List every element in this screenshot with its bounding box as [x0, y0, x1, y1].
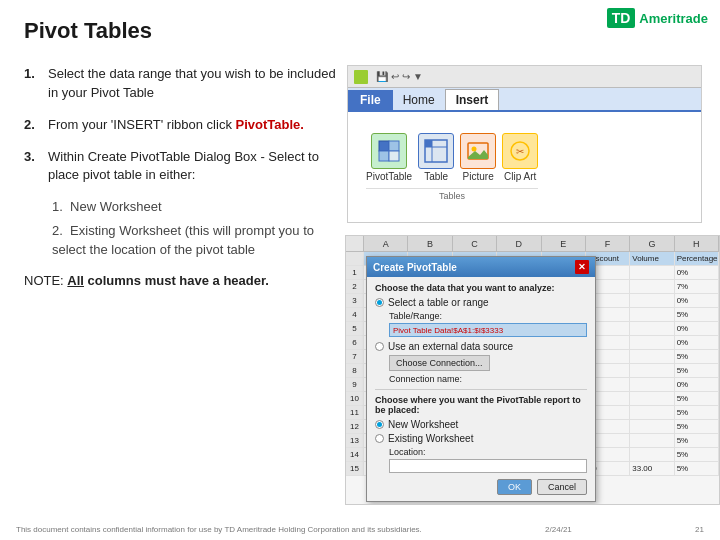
ribbon-content: PivotTable Table — [348, 112, 701, 222]
connection-name-row: Connection name: — [389, 374, 587, 384]
left-content: 1. Select the data range that you wish t… — [24, 65, 344, 288]
cell-14-8: 5% — [675, 448, 719, 461]
table-range-label: Table/Range: — [389, 311, 442, 321]
dropdown-icon: ▼ — [413, 71, 423, 82]
cell-15-8: 5% — [675, 462, 719, 475]
svg-rect-2 — [379, 151, 389, 161]
row-11-num: 11 — [346, 406, 364, 419]
excel-sheet-screenshot: A B C D E F G H Order Date Sales person … — [345, 235, 720, 505]
cell-9-8: 0% — [675, 378, 719, 391]
row-15-num: 15 — [346, 462, 364, 475]
cell-15-7: 33.00 — [630, 462, 674, 475]
ribbon-tabs: File Home Insert — [348, 88, 701, 112]
dialog-titlebar: Create PivotTable ✕ — [367, 257, 595, 277]
option1-radio[interactable] — [375, 298, 384, 307]
svg-rect-1 — [389, 141, 399, 151]
cell-1-8: 0% — [675, 266, 719, 279]
cell-3-7 — [630, 294, 674, 307]
pivottable-button[interactable]: PivotTable — [366, 133, 412, 182]
cell-12-7 — [630, 420, 674, 433]
row-0-num — [346, 252, 364, 265]
location-input[interactable] — [389, 459, 587, 473]
dialog-option2-row[interactable]: Use an external data source — [375, 341, 587, 352]
row-13-num: 13 — [346, 434, 364, 447]
option2-radio[interactable] — [375, 342, 384, 351]
cell-10-8: 5% — [675, 392, 719, 405]
cell-13-8: 5% — [675, 434, 719, 447]
dialog-section1-label: Choose the data that you want to analyze… — [375, 283, 587, 293]
sub-steps: 1. New Worksheet 2. Existing Worksheet (… — [52, 198, 344, 259]
ok-button[interactable]: OK — [497, 479, 532, 495]
brand-logo: TD Ameritrade — [607, 8, 708, 28]
tab-insert[interactable]: Insert — [445, 89, 500, 110]
undo-icon: ↩ — [391, 71, 399, 82]
table-icon — [418, 133, 454, 169]
sheet-column-headers: A B C D E F G H — [346, 236, 719, 252]
pivottable-label: PivotTable — [366, 171, 412, 182]
tab-home[interactable]: Home — [393, 90, 445, 110]
create-pivottable-dialog: Create PivotTable ✕ Choose the data that… — [366, 256, 596, 502]
connection-name-label: Connection name: — [389, 374, 462, 384]
choose-connection-area: Choose Connection... Connection name: — [375, 355, 587, 384]
cell-13-7 — [630, 434, 674, 447]
cell-1-7 — [630, 266, 674, 279]
option3-label: New Worksheet — [388, 419, 458, 430]
footer-page-num: 21 — [695, 525, 704, 534]
sub-step-2: 2. Existing Worksheet (this will prompt … — [52, 222, 344, 258]
dialog-divider — [375, 389, 587, 390]
choose-connection-button[interactable]: Choose Connection... — [389, 355, 490, 371]
cell-12-8: 5% — [675, 420, 719, 433]
sub-step-1: 1. New Worksheet — [52, 198, 344, 216]
step-1-number: 1. — [24, 65, 42, 103]
sub-step-2-text: Existing Worksheet (this will prompt you… — [52, 223, 314, 256]
col-e-header: E — [542, 236, 586, 251]
dialog-close-button[interactable]: ✕ — [575, 260, 589, 274]
dialog-option1-row[interactable]: Select a table or range — [375, 297, 587, 308]
option4-label: Existing Worksheet — [388, 433, 473, 444]
cell-7-8: 5% — [675, 350, 719, 363]
option3-radio[interactable] — [375, 420, 384, 429]
col-b-header: B — [408, 236, 452, 251]
table-button[interactable]: Table — [418, 133, 454, 182]
cell-7-7 — [630, 350, 674, 363]
note-prefix: NOTE: — [24, 273, 67, 288]
save-icon: 💾 — [376, 71, 388, 82]
table-range-input[interactable]: Pivot Table Data!$A$1:$I$3333 — [389, 323, 587, 337]
option4-radio[interactable] — [375, 434, 384, 443]
clipart-button[interactable]: ✂ Clip Art — [502, 133, 538, 182]
cell-3-8: 0% — [675, 294, 719, 307]
redo-icon: ↪ — [402, 71, 410, 82]
step-1: 1. Select the data range that you wish t… — [24, 65, 344, 103]
footer-date: 2/24/21 — [545, 525, 572, 534]
pivottable-icon — [371, 133, 407, 169]
step-2: 2. From your 'INSERT' ribbon click Pivot… — [24, 116, 344, 135]
col-a-header: A — [364, 236, 408, 251]
svg-rect-3 — [389, 151, 399, 161]
row-4-num: 4 — [346, 308, 364, 321]
picture-label: Picture — [463, 171, 494, 182]
cell-4-8: 5% — [675, 308, 719, 321]
tab-file[interactable]: File — [348, 90, 393, 110]
col-f-header: F — [586, 236, 630, 251]
row-6-num: 6 — [346, 336, 364, 349]
excel-logo-icon — [354, 70, 368, 84]
cell-6-7 — [630, 336, 674, 349]
footer: This document contains confidential info… — [0, 525, 720, 534]
brand-name: Ameritrade — [639, 11, 708, 26]
dialog-option4-row[interactable]: Existing Worksheet — [375, 433, 587, 444]
cell-2-7 — [630, 280, 674, 293]
dialog-section2-label: Choose where you want the PivotTable rep… — [375, 395, 587, 415]
dialog-option3-row[interactable]: New Worksheet — [375, 419, 587, 430]
step-3: 3. Within Create PivotTable Dialog Box -… — [24, 148, 344, 186]
svg-rect-7 — [425, 140, 432, 147]
picture-button[interactable]: Picture — [460, 133, 496, 182]
ribbon-top-bar: 💾 ↩ ↪ ▼ — [348, 66, 701, 88]
row-3-num: 3 — [346, 294, 364, 307]
cancel-button[interactable]: Cancel — [537, 479, 587, 495]
svg-point-9 — [472, 147, 477, 152]
note-suffix: columns must have a header. — [84, 273, 269, 288]
row-8-num: 8 — [346, 364, 364, 377]
cell-5-7 — [630, 322, 674, 335]
row-num-header — [346, 236, 364, 251]
ribbon-group-tables: PivotTable Table — [358, 133, 546, 201]
